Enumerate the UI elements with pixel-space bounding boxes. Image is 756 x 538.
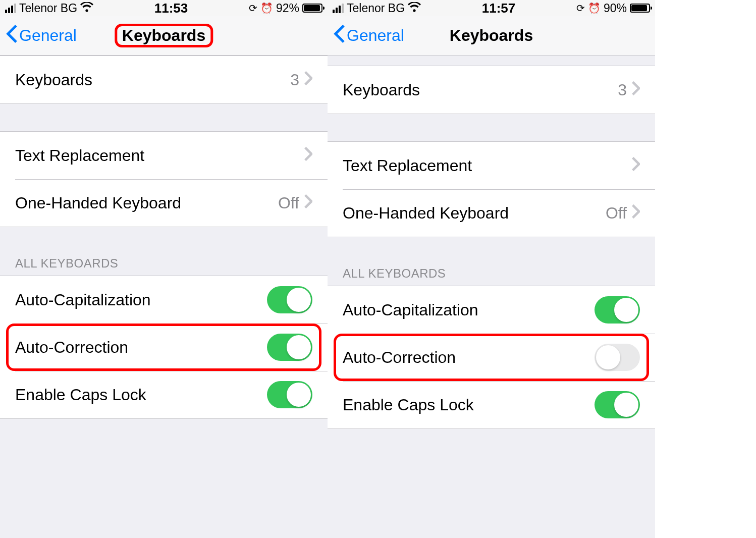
chevron-right-icon bbox=[632, 156, 640, 175]
orientation-lock-icon: ⟳ bbox=[576, 2, 585, 14]
auto-correction-label: Auto-Correction bbox=[343, 348, 595, 367]
auto-correction-row: Auto-Correction bbox=[328, 334, 655, 381]
signal-icon bbox=[333, 4, 344, 13]
status-bar: Telenor BG 11:57 ⟳ ⏰ 90% bbox=[328, 0, 655, 16]
keyboards-row[interactable]: Keyboards 3 bbox=[328, 66, 655, 114]
keyboards-row[interactable]: Keyboards 3 bbox=[0, 56, 328, 103]
back-chevron-icon bbox=[6, 25, 17, 47]
one-handed-row[interactable]: One-Handed Keyboard Off bbox=[328, 189, 655, 237]
page-title: Keyboards bbox=[450, 26, 533, 45]
caps-lock-toggle[interactable] bbox=[267, 381, 312, 408]
carrier-label: Telenor BG bbox=[347, 2, 405, 15]
status-left: Telenor BG bbox=[333, 2, 421, 15]
battery-icon bbox=[630, 4, 650, 13]
auto-correction-toggle[interactable] bbox=[595, 344, 640, 371]
screen-left: Telenor BG 11:53 ⟳ ⏰ 92% General Keyboar… bbox=[0, 0, 328, 538]
wifi-icon bbox=[408, 2, 421, 15]
back-label: General bbox=[347, 26, 404, 45]
status-time: 11:53 bbox=[154, 1, 188, 16]
battery-icon bbox=[302, 4, 322, 13]
one-handed-label: One-Handed Keyboard bbox=[15, 194, 278, 212]
toggles-group: Auto-Capitalization Auto-Correction Enab… bbox=[0, 276, 328, 419]
one-handed-value: Off bbox=[606, 204, 627, 223]
chevron-right-icon bbox=[304, 71, 312, 89]
one-handed-value: Off bbox=[278, 194, 299, 212]
page-title: Keyboards bbox=[115, 24, 213, 47]
back-button[interactable]: General bbox=[334, 25, 404, 47]
back-chevron-icon bbox=[334, 25, 345, 47]
auto-capitalization-row: Auto-Capitalization bbox=[0, 276, 328, 324]
battery-percent: 92% bbox=[276, 2, 299, 15]
orientation-lock-icon: ⟳ bbox=[249, 2, 257, 14]
status-right: ⟳ ⏰ 92% bbox=[249, 2, 322, 15]
wifi-icon bbox=[80, 2, 93, 15]
signal-icon bbox=[5, 4, 16, 13]
auto-correction-label: Auto-Correction bbox=[15, 338, 267, 357]
chevron-right-icon bbox=[632, 204, 640, 223]
chevron-right-icon bbox=[632, 81, 640, 99]
one-handed-row[interactable]: One-Handed Keyboard Off bbox=[0, 179, 328, 227]
chevron-right-icon bbox=[304, 146, 312, 165]
caps-lock-toggle[interactable] bbox=[595, 391, 640, 418]
one-handed-label: One-Handed Keyboard bbox=[343, 204, 606, 223]
keyboards-label: Keyboards bbox=[15, 71, 290, 89]
keyboards-label: Keyboards bbox=[343, 81, 618, 99]
all-keyboards-header: ALL KEYBOARDS bbox=[328, 237, 655, 286]
auto-capitalization-toggle[interactable] bbox=[595, 296, 640, 324]
battery-percent: 90% bbox=[604, 2, 627, 15]
status-bar: Telenor BG 11:53 ⟳ ⏰ 92% bbox=[0, 0, 328, 16]
screen-right: Telenor BG 11:57 ⟳ ⏰ 90% General Keyboar… bbox=[328, 0, 655, 538]
back-button[interactable]: General bbox=[6, 25, 77, 47]
caps-lock-row: Enable Caps Lock bbox=[328, 381, 655, 428]
back-label: General bbox=[19, 26, 77, 45]
text-group: Text Replacement One-Handed Keyboard Off bbox=[0, 131, 328, 227]
keyboards-count: 3 bbox=[618, 81, 627, 99]
keyboards-count-group: Keyboards 3 bbox=[328, 66, 655, 114]
keyboards-count: 3 bbox=[290, 71, 299, 89]
text-replacement-label: Text Replacement bbox=[15, 146, 304, 165]
auto-capitalization-label: Auto-Capitalization bbox=[343, 301, 595, 319]
status-time: 11:57 bbox=[482, 1, 516, 16]
status-right: ⟳ ⏰ 90% bbox=[576, 2, 650, 15]
auto-capitalization-label: Auto-Capitalization bbox=[15, 291, 267, 309]
alarm-icon: ⏰ bbox=[260, 2, 273, 14]
caps-lock-row: Enable Caps Lock bbox=[0, 371, 328, 418]
auto-correction-row: Auto-Correction bbox=[0, 324, 328, 371]
keyboards-count-group: Keyboards 3 bbox=[0, 56, 328, 104]
nav-bar: General Keyboards bbox=[328, 16, 655, 56]
text-group: Text Replacement One-Handed Keyboard Off bbox=[328, 141, 655, 237]
text-replacement-label: Text Replacement bbox=[343, 156, 632, 175]
text-replacement-row[interactable]: Text Replacement bbox=[328, 142, 655, 189]
text-replacement-row[interactable]: Text Replacement bbox=[0, 132, 328, 179]
caps-lock-label: Enable Caps Lock bbox=[343, 396, 595, 414]
auto-capitalization-toggle[interactable] bbox=[267, 286, 312, 313]
toggles-group: Auto-Capitalization Auto-Correction Enab… bbox=[328, 286, 655, 429]
auto-correction-toggle[interactable] bbox=[267, 334, 312, 361]
carrier-label: Telenor BG bbox=[19, 2, 77, 15]
chevron-right-icon bbox=[304, 194, 312, 212]
alarm-icon: ⏰ bbox=[588, 2, 601, 14]
caps-lock-label: Enable Caps Lock bbox=[15, 386, 267, 404]
all-keyboards-header: ALL KEYBOARDS bbox=[0, 227, 328, 276]
nav-bar: General Keyboards bbox=[0, 16, 328, 56]
auto-capitalization-row: Auto-Capitalization bbox=[328, 286, 655, 334]
status-left: Telenor BG bbox=[5, 2, 93, 15]
